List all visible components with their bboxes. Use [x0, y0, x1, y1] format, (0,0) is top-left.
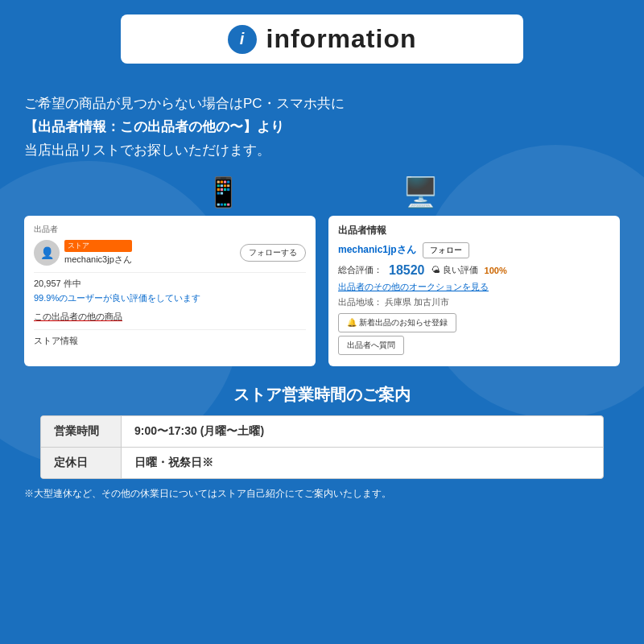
mobile-icon: 📱 — [205, 175, 242, 209]
store-badge: ストア — [64, 240, 132, 252]
information-header: i information — [121, 14, 523, 64]
main-text-highlight: 【出品者情報：この出品者の他の〜】より — [24, 119, 284, 134]
hours-row-business: 営業時間 9:00〜17:30 (月曜〜土曜) — [41, 416, 603, 448]
pc-good-label: 🌤 良い評価 — [431, 264, 478, 276]
pc-icon: 🖥️ — [402, 175, 439, 209]
pc-auction-link[interactable]: 出品者のその他のオークションを見る — [338, 281, 610, 293]
main-text: ご希望の商品が見つからない場合はPC・スマホ共に 【出品者情報：この出品者の他の… — [16, 93, 628, 163]
mobile-seller-row: 👤 ストア mechanic3jpさん フォローする — [34, 240, 306, 266]
store-hours-title: ストア営業時間のご案内 — [16, 384, 628, 406]
screenshots-row: 出品者 👤 ストア mechanic3jpさん フォローする 20,957 件中… — [16, 216, 628, 366]
mobile-rating: 99.9%のユーザーが良い評価をしています — [34, 292, 306, 304]
mobile-seller-label: 出品者 — [34, 224, 306, 235]
pc-rating-num: 18520 — [389, 263, 425, 278]
mobile-avatar: 👤 — [34, 240, 60, 266]
mobile-seller-info: ストア mechanic3jpさん — [64, 240, 132, 266]
hours-label-holiday: 定休日 — [41, 448, 122, 478]
mobile-divider2 — [34, 329, 306, 330]
pc-screenshot: 出品者情報 mechanic1jpさん フォロー 総合評価： 18520 🌤 良… — [328, 216, 620, 366]
info-icon: i — [228, 25, 257, 54]
main-text-line1: ご希望の商品が見つからない場合はPC・スマホ共に — [24, 93, 620, 116]
mobile-seller-name: mechanic3jpさん — [64, 254, 132, 264]
pc-location-label: 出品地域： — [338, 297, 382, 307]
pc-seller-name: mechanic1jpさん — [338, 243, 416, 257]
header-title: information — [266, 24, 417, 54]
mobile-divider1 — [34, 272, 306, 273]
hours-table: 営業時間 9:00〜17:30 (月曜〜土曜) 定休日 日曜・祝祭日※ — [40, 415, 604, 479]
mobile-count: 20,957 件中 — [34, 278, 306, 290]
hours-value-business: 9:00〜17:30 (月曜〜土曜) — [122, 416, 603, 447]
mobile-seller-left: 👤 ストア mechanic3jpさん — [34, 240, 132, 266]
mobile-store-info: ストア情報 — [34, 335, 306, 347]
pc-rating-row: 総合評価： 18520 🌤 良い評価 100% — [338, 263, 610, 278]
main-text-line3: 当店出品リストでお探しいただけます。 — [24, 139, 620, 163]
mobile-other-items-link[interactable]: この出品者の他の商品 — [34, 311, 306, 323]
hours-label-business: 営業時間 — [41, 416, 122, 447]
footer-note: ※大型連休など、その他の休業日についてはストア自己紹介にてご案内いたします。 — [16, 487, 628, 501]
pc-rating-label: 総合評価： — [338, 264, 382, 276]
mobile-screenshot: 出品者 👤 ストア mechanic3jpさん フォローする 20,957 件中… — [24, 216, 316, 366]
hours-value-holiday: 日曜・祝祭日※ — [122, 448, 603, 478]
pc-follow-button[interactable]: フォロー — [423, 242, 469, 258]
pc-notify-button[interactable]: 🔔 新着出品のお知らせ登録 — [338, 313, 456, 332]
pc-header: 出品者情報 — [338, 224, 610, 237]
mobile-follow-button[interactable]: フォローする — [240, 244, 306, 262]
pc-location-value: 兵庫県 加古川市 — [385, 297, 449, 307]
pc-question-button[interactable]: 出品者へ質問 — [338, 336, 404, 355]
pc-location: 出品地域： 兵庫県 加古川市 — [338, 296, 610, 308]
pc-question-label: 出品者へ質問 — [347, 340, 395, 351]
pc-good-pct: 100% — [485, 266, 507, 275]
hours-row-holiday: 定休日 日曜・祝祭日※ — [41, 448, 603, 478]
main-text-line2: 【出品者情報：この出品者の他の〜】より — [24, 116, 620, 139]
pc-notify-label: 🔔 新着出品のお知らせ登録 — [347, 317, 448, 328]
header-box: i information — [16, 14, 628, 78]
pc-seller-row: mechanic1jpさん フォロー — [338, 242, 610, 258]
